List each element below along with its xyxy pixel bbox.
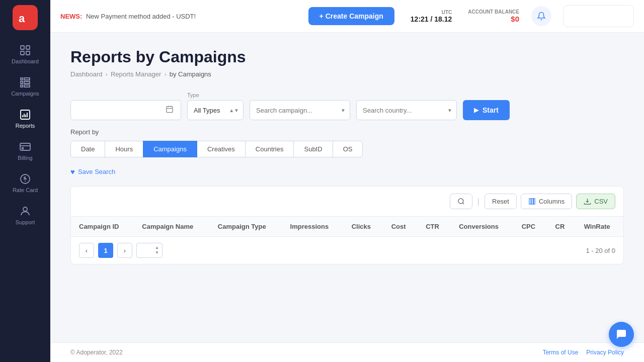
utc-section: UTC 12:21 / 18.12 <box>411 10 452 23</box>
table-card: | Reset Columns <box>70 186 624 264</box>
campaign-search-wrap[interactable]: ▼ <box>250 100 350 120</box>
chat-bubble-button[interactable] <box>609 322 634 347</box>
page-size-up-icon[interactable]: ▲ <box>155 245 159 250</box>
date-input-field[interactable]: 01-12-2022 ~ 18-12-2022 <box>76 107 162 114</box>
sidebar-item-dashboard[interactable]: Dashboard <box>0 38 50 70</box>
prev-page-button[interactable]: ‹ <box>79 243 94 258</box>
table-toolbar: | Reset Columns <box>71 187 623 217</box>
sidebar-campaigns-label: Campaigns <box>11 90 39 97</box>
breadcrumb-sep-2: › <box>164 70 166 78</box>
report-tab-countries[interactable]: Countries <box>245 141 294 157</box>
balance-value: $0 <box>511 15 519 23</box>
svg-point-11 <box>458 199 463 204</box>
create-campaign-button[interactable]: + Create Campaign <box>308 7 394 25</box>
breadcrumb-current: by Campaigns <box>170 70 211 78</box>
footer: © Adoperator, 2022 Terms of Use Privacy … <box>50 342 644 362</box>
page-title: Reports by Campaigns <box>70 48 624 66</box>
svg-rect-13 <box>531 199 533 204</box>
logo[interactable]: a <box>13 5 38 30</box>
data-table: Campaign ID Campaign Name Campaign Type … <box>71 217 623 237</box>
csv-label: CSV <box>594 198 608 205</box>
user-avatar-area[interactable] <box>564 5 634 27</box>
account-balance-section: ACCOUNT BALANCE $0 <box>468 9 519 23</box>
next-page-button[interactable]: › <box>117 243 132 258</box>
sidebar-support-label: Support <box>16 219 35 225</box>
balance-label: ACCOUNT BALANCE <box>468 9 519 15</box>
type-select-wrap[interactable]: All Types Push Pop Banner Native ▲▼ <box>187 100 244 120</box>
filters-row: 01-12-2022 ~ 18-12-2022 Type All Types P… <box>70 92 624 120</box>
csv-button[interactable]: CSV <box>576 194 615 209</box>
news-banner: NEWS: New Payment method added - USDT! <box>60 13 196 20</box>
play-icon: ▶ <box>474 107 478 114</box>
page-size-input[interactable]: 20 <box>140 247 155 254</box>
report-tab-subid[interactable]: SubID <box>293 141 333 157</box>
columns-label: Columns <box>539 198 565 205</box>
table-header-row: Campaign ID Campaign Name Campaign Type … <box>71 217 623 237</box>
footer-copyright: © Adoperator, 2022 <box>70 349 123 356</box>
date-range-input[interactable]: 01-12-2022 ~ 18-12-2022 <box>70 100 181 120</box>
page-size-arrows: ▲ ▼ <box>155 245 159 255</box>
col-clicks: Clicks <box>344 217 383 237</box>
breadcrumb-sep-1: › <box>106 70 108 78</box>
start-button[interactable]: ▶ Start <box>463 100 510 120</box>
current-page-number[interactable]: 1 <box>98 243 113 258</box>
footer-links: Terms of Use Privacy Policy <box>543 349 624 356</box>
report-tab-campaigns[interactable]: Campaigns <box>143 141 197 157</box>
sidebar-dashboard-label: Dashboard <box>12 58 39 64</box>
report-tab-hours[interactable]: Hours <box>105 141 143 157</box>
report-by-tabs: Date Hours Campaigns Creatives Countries… <box>70 141 624 157</box>
col-ctr: CTR <box>418 217 451 237</box>
report-tab-date[interactable]: Date <box>70 141 105 157</box>
svg-rect-14 <box>534 199 535 204</box>
page-size-down-icon[interactable]: ▼ <box>155 250 159 255</box>
notification-bell-button[interactable] <box>531 6 551 26</box>
report-tab-os[interactable]: OS <box>333 141 363 157</box>
sidebar-item-rate-card[interactable]: Rate Card <box>0 167 50 199</box>
sidebar-item-campaigns[interactable]: Campaigns <box>0 70 50 103</box>
sidebar-item-support[interactable]: Support <box>0 199 50 231</box>
save-search-label: Save Search <box>78 168 115 175</box>
news-label: NEWS: <box>60 13 82 20</box>
pagination-row: ‹ 1 › 20 ▲ ▼ 1 - 20 of 0 <box>71 237 623 264</box>
col-cost: Cost <box>383 217 418 237</box>
svg-point-7 <box>22 148 24 149</box>
report-tab-creatives[interactable]: Creatives <box>197 141 246 157</box>
type-select[interactable]: All Types Push Pop Banner Native <box>188 101 243 120</box>
sidebar-reports-label: Reports <box>16 123 35 129</box>
content: Reports by Campaigns Dashboard › Reports… <box>50 33 644 342</box>
reset-label: Reset <box>492 198 509 205</box>
svg-rect-12 <box>529 199 531 204</box>
svg-rect-2 <box>26 46 30 49</box>
terms-of-use-link[interactable]: Terms of Use <box>543 349 579 356</box>
breadcrumb: Dashboard › Reports Manager › by Campaig… <box>70 70 624 78</box>
col-cr: CR <box>547 217 576 237</box>
page-size-wrap[interactable]: 20 ▲ ▼ <box>136 243 163 258</box>
heart-icon: ♥ <box>70 167 75 176</box>
breadcrumb-dashboard[interactable]: Dashboard <box>70 70 103 78</box>
columns-button[interactable]: Columns <box>521 194 572 209</box>
country-search-wrap[interactable]: ▼ <box>356 100 457 120</box>
col-cpc: CPC <box>514 217 547 237</box>
utc-label: UTC <box>442 10 452 15</box>
start-label: Start <box>482 106 499 114</box>
campaign-search-input[interactable] <box>250 107 350 114</box>
sidebar-item-billing[interactable]: Billing <box>0 135 50 167</box>
sidebar-billing-label: Billing <box>18 155 32 161</box>
topbar: NEWS: New Payment method added - USDT! +… <box>50 0 644 33</box>
type-filter-label: Type <box>187 92 244 98</box>
save-search-row[interactable]: ♥ Save Search <box>70 167 624 176</box>
breadcrumb-reports-manager[interactable]: Reports Manager <box>111 70 161 78</box>
sidebar-item-reports[interactable]: Reports <box>0 103 50 135</box>
search-icon-button[interactable] <box>450 194 472 209</box>
create-campaign-label: + Create Campaign <box>319 12 383 20</box>
privacy-policy-link[interactable]: Privacy Policy <box>586 349 624 356</box>
utc-time: 12:21 / 18.12 <box>411 15 452 23</box>
col-winrate: WinRate <box>576 217 623 237</box>
sidebar: a Dashboard Campaigns <box>0 0 50 362</box>
svg-rect-3 <box>21 51 24 55</box>
svg-rect-1 <box>21 46 24 49</box>
svg-point-9 <box>23 207 27 211</box>
calendar-icon[interactable] <box>166 105 174 115</box>
reset-button[interactable]: Reset <box>485 194 517 209</box>
country-search-input[interactable] <box>357 107 456 114</box>
